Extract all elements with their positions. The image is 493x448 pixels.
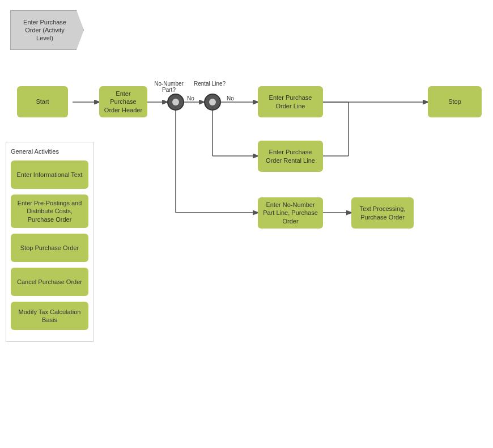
flow-node-enter-po-rental-line: Enter Purchase Order Rental Line [258,141,323,172]
header-title: Enter Purchase Order (Activity Level) [16,18,73,43]
flow-arrows [0,62,493,437]
header-shape: Enter Purchase Order (Activity Level) [10,10,84,50]
flow-node-enter-no-number-part: Enter No-Number Part Line, Purchase Orde… [258,197,323,229]
arrow-label-no2: No [227,95,234,102]
flow-diamond-2-label: Rental Line? [193,81,227,87]
flow-diamond-1 [167,94,184,111]
flow-node-start: Start [17,86,68,117]
arrow-label-no1: No [187,95,194,102]
flow-diagram: Start Enter Purchase Order Header No-Num… [0,62,493,437]
flow-node-enter-po-header: Enter Purchase Order Header [99,86,147,117]
flow-node-stop: Stop [428,86,482,117]
flow-node-enter-po-line: Enter Purchase Order Line [258,86,323,117]
flow-diamond-2 [204,94,221,111]
flow-diamond-1-label: No-Number Part? [152,81,186,93]
flow-node-text-processing: Text Processing, Purchase Order [351,197,414,229]
